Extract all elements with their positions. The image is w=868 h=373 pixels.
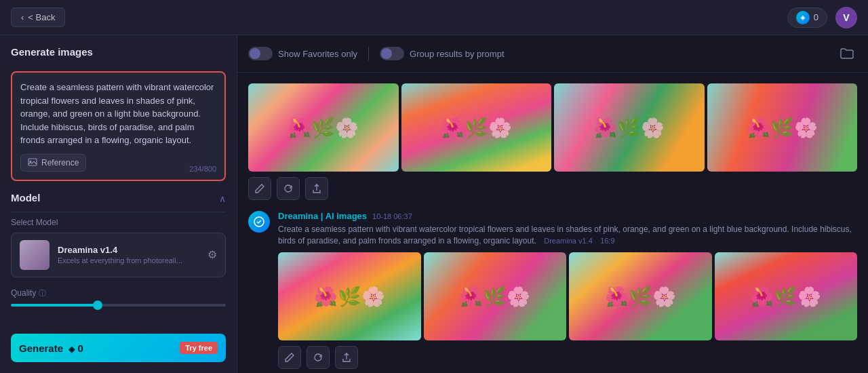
chat-header: Dreamina | AI images 10-18 06:37 — [278, 211, 857, 221]
model-collapse-icon[interactable]: ∧ — [219, 193, 226, 204]
image-thumb-7[interactable] — [569, 252, 712, 340]
show-favorites-toggle[interactable]: Show Favorites only — [248, 47, 357, 60]
generate-credits-icon: ◈ — [68, 345, 75, 354]
refresh-icon-bottom — [313, 352, 323, 363]
refresh-button-top[interactable] — [277, 177, 300, 200]
credits-badge: ◈ 0 — [787, 7, 827, 28]
refresh-button-bottom[interactable] — [307, 346, 330, 369]
reference-icon — [28, 158, 37, 168]
image-grid-bottom — [278, 252, 857, 340]
generate-text: Generate — [19, 342, 63, 354]
chat-brand-name: Dreamina | AI images — [278, 211, 367, 221]
generate-credits: 0 — [77, 342, 83, 354]
topbar-right: ◈ 0 V — [787, 7, 857, 28]
model-section: Model ∧ Select Model Dreamina v1.4 Excel… — [11, 192, 226, 277]
image-thumb-4[interactable] — [707, 83, 858, 172]
edit-button-bottom[interactable] — [278, 346, 301, 369]
edit-icon-top — [254, 183, 265, 194]
image-thumb-5[interactable] — [278, 252, 421, 340]
back-button[interactable]: ‹ < Back — [11, 7, 65, 27]
model-thumb-img — [20, 240, 50, 270]
bottom-image-actions — [278, 346, 857, 369]
quality-text: Quality — [11, 288, 36, 298]
chat-entry: Dreamina | AI images 10-18 06:37 Create … — [248, 211, 857, 373]
topbar: ‹ < Back ◈ 0 V — [0, 0, 868, 35]
group-results-switch[interactable] — [380, 47, 404, 60]
select-model-label: Select Model — [11, 218, 226, 227]
avatar[interactable]: V — [835, 7, 857, 28]
top-image-actions — [248, 177, 857, 200]
share-icon-bottom — [341, 352, 352, 363]
generate-label-left: Generate ◈ 0 — [19, 342, 83, 354]
model-section-title: Model — [11, 192, 40, 203]
edit-button-top[interactable] — [248, 177, 271, 200]
prompt-area[interactable]: Create a seamless pattern with vibrant w… — [11, 71, 226, 181]
back-arrow-icon: ‹ — [21, 12, 24, 22]
try-free-badge: Try free — [180, 342, 218, 354]
chat-prompt-text: Create a seamless pattern with vibrant w… — [278, 224, 857, 247]
quality-slider[interactable] — [11, 304, 226, 307]
model-section-header: Model ∧ — [11, 192, 226, 212]
quality-label: Quality ⓘ — [11, 288, 226, 298]
panel-title: Generate images — [11, 46, 226, 58]
model-desc: Excels at everything from photoreali... — [58, 256, 199, 264]
share-button-bottom[interactable] — [335, 346, 358, 369]
main-content: Generate images Create a seamless patter… — [0, 35, 868, 373]
show-favorites-label: Show Favorites only — [278, 49, 357, 59]
avatar-initial: V — [843, 12, 849, 23]
back-label: < Back — [28, 12, 55, 22]
edit-icon-bottom — [284, 352, 295, 363]
image-thumb-8[interactable] — [715, 252, 858, 340]
image-thumb-3[interactable] — [554, 83, 705, 172]
images-section: Dreamina | AI images 10-18 06:37 Create … — [237, 73, 868, 373]
generate-button[interactable]: Generate ◈ 0 Try free — [11, 334, 226, 362]
results-toolbar: Show Favorites only Group results by pro… — [237, 35, 868, 73]
image-thumb-6[interactable] — [424, 252, 567, 340]
image-grid-top — [248, 83, 857, 172]
credits-icon: ◈ — [796, 11, 810, 24]
svg-rect-0 — [28, 159, 37, 165]
char-count: 234/800 — [189, 165, 216, 173]
image-thumb-2[interactable] — [401, 83, 552, 172]
chat-avatar — [248, 211, 270, 233]
model-info: Dreamina v1.4 Excels at everything from … — [58, 245, 199, 264]
panel-title-area: Generate images — [11, 46, 226, 60]
share-icon-top — [311, 183, 322, 194]
model-settings-icon[interactable]: ⚙ — [208, 248, 217, 261]
toolbar-divider — [368, 47, 369, 60]
share-button-top[interactable] — [305, 177, 328, 200]
left-panel: Generate images Create a seamless patter… — [0, 35, 237, 373]
image-thumb-1[interactable] — [248, 83, 399, 172]
quality-info-icon: ⓘ — [39, 288, 46, 298]
model-card[interactable]: Dreamina v1.4 Excels at everything from … — [11, 233, 226, 277]
prompt-text[interactable]: Create a seamless pattern with vibrant w… — [20, 81, 216, 147]
dreamina-logo-icon — [253, 216, 265, 228]
reference-label: Reference — [41, 158, 79, 168]
group-results-label: Group results by prompt — [410, 49, 504, 59]
folder-icon[interactable] — [837, 43, 857, 64]
quality-section: Quality ⓘ — [11, 288, 226, 307]
favorites-switch[interactable] — [248, 47, 273, 60]
model-thumbnail — [20, 240, 50, 270]
credits-value: 0 — [814, 12, 818, 22]
chat-body: Dreamina | AI images 10-18 06:37 Create … — [278, 211, 857, 373]
reference-button[interactable]: Reference — [20, 154, 86, 172]
refresh-icon-top — [283, 183, 294, 194]
chat-timestamp: 10-18 06:37 — [372, 212, 412, 220]
right-panel: Show Favorites only Group results by pro… — [237, 35, 868, 373]
model-name: Dreamina v1.4 — [58, 245, 199, 255]
chat-ratio-tag: 16:9 — [600, 237, 614, 245]
chat-model-tag: Dreamina v1.4 — [544, 237, 593, 245]
group-results-toggle[interactable]: Group results by prompt — [380, 47, 504, 60]
